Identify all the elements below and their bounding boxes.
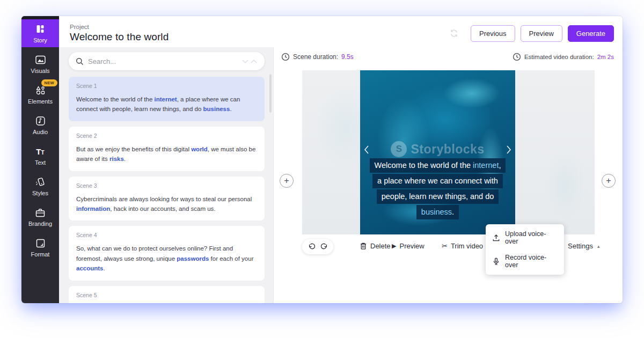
sidebar-item-visuals[interactable]: Visuals — [21, 50, 59, 78]
sidebar-item-label: Format — [31, 251, 50, 258]
styles-icon — [35, 177, 46, 187]
next-scene-chevron-icon[interactable] — [505, 144, 513, 155]
search-icon — [76, 57, 84, 65]
preview-label: Preview — [399, 242, 424, 250]
scene-list-scrollbar[interactable] — [269, 74, 272, 113]
play-icon: ▶ — [392, 243, 396, 249]
page-title: Welcome to the world — [70, 31, 169, 43]
upload-voice-over-label: Upload voice-over — [505, 230, 558, 245]
trash-icon — [360, 242, 367, 250]
storyblocks-logo-icon: S — [391, 141, 407, 157]
scene-label: Scene 2 — [76, 133, 257, 139]
scene-card-2[interactable]: Scene 2 But as we enjoy the benefits of … — [69, 127, 265, 171]
sidebar-item-label: Branding — [28, 221, 52, 227]
sidebar-item-branding[interactable]: Branding — [21, 203, 59, 231]
main-area: Project Welcome to the world Previous Pr… — [59, 16, 623, 303]
scene-label: Scene 1 — [76, 83, 257, 89]
sidebar-item-text[interactable]: TT Text — [21, 142, 59, 170]
scene-label: Scene 3 — [76, 182, 257, 189]
sidebar-item-label: Text — [35, 159, 46, 166]
sync-icon — [449, 28, 459, 38]
video-canvas[interactable]: S Storyblocks Welcome to the world of th… — [360, 70, 515, 234]
scene-card-4[interactable]: Scene 4 So, what can we do to protect ou… — [69, 226, 265, 280]
search-bar — [69, 52, 265, 70]
video-preview-panel: Scene duration: 9.5s Estimated video dur… — [274, 47, 623, 303]
sidebar-item-story[interactable]: Story — [21, 19, 59, 47]
clock-icon — [513, 53, 521, 61]
scene-text: Cybercriminals are always looking for wa… — [76, 194, 257, 214]
duration-row: Scene duration: 9.5s Estimated video dur… — [274, 47, 623, 61]
preview-stage: S Storyblocks Welcome to the world of th… — [274, 70, 623, 234]
project-eyebrow: Project — [70, 24, 169, 30]
scene-text: So, what can we do to protect ourselves … — [76, 244, 257, 273]
search-input[interactable] — [88, 57, 241, 65]
scene-text: But as we enjoy the benefits of this dig… — [76, 144, 257, 164]
upload-icon — [492, 234, 500, 242]
scene-toolbar: Delete ▶ Preview ✂ Trim video — [274, 239, 623, 255]
caption-line-3[interactable]: people, learn new things, and do — [377, 189, 499, 204]
add-scene-before-button[interactable]: + — [280, 174, 294, 188]
sidebar-item-label: Story — [33, 37, 47, 43]
format-icon — [36, 238, 45, 248]
header-actions: Previous Preview Generate — [449, 25, 614, 42]
scene-list-panel: Scene 1 Welcome to the world of the inte… — [59, 47, 274, 303]
sidebar-item-label: Audio — [33, 129, 48, 135]
redo-icon[interactable] — [320, 243, 328, 251]
new-badge: NEW — [41, 79, 57, 86]
sidebar-item-label: Visuals — [31, 68, 49, 74]
sidebar-item-format[interactable]: Format — [21, 233, 59, 261]
app-window: Story Visuals NEW Elements Audio TT — [21, 16, 623, 303]
watermark-text: Storyblocks — [411, 142, 484, 157]
scene-card-1[interactable]: Scene 1 Welcome to the world of the inte… — [69, 77, 265, 121]
upload-voice-over-item[interactable]: Upload voice-over — [486, 226, 564, 249]
preview-button[interactable]: Preview — [521, 25, 562, 42]
estimated-duration-value: 2m 2s — [597, 54, 614, 60]
sidebar-item-label: Styles — [32, 190, 48, 196]
story-icon — [35, 24, 45, 34]
preview-scene-button[interactable]: ▶ Preview — [392, 242, 425, 250]
sidebar-item-label: Elements — [28, 98, 53, 105]
caret-up-icon: ▴ — [597, 244, 600, 249]
visuals-icon — [35, 54, 46, 65]
caption-line-2[interactable]: a place where we can connect with — [372, 174, 503, 188]
delete-label: Delete — [370, 242, 391, 250]
undo-redo-pill — [302, 239, 333, 254]
sidebar-item-styles[interactable]: Styles — [21, 172, 59, 200]
generate-button[interactable]: Generate — [568, 25, 614, 42]
caption-line-1[interactable]: Welcome to the world of the internet, — [370, 158, 506, 173]
trim-video-button[interactable]: ✂ Trim video — [442, 242, 483, 250]
project-header: Project Welcome to the world Previous Pr… — [59, 16, 623, 47]
scene-card-3[interactable]: Scene 3 Cybercriminals are always lookin… — [69, 177, 265, 221]
content-split: Scene 1 Welcome to the world of the inte… — [59, 47, 623, 303]
scene-label: Scene 5 — [76, 292, 257, 298]
video-caption: Welcome to the world of the internet, a … — [360, 157, 515, 221]
record-voice-over-label: Record voice-over — [505, 254, 558, 269]
audio-icon — [36, 115, 45, 126]
caption-line-4[interactable]: business. — [416, 205, 459, 219]
scene-duration: Scene duration: 9.5s — [281, 53, 354, 61]
settings-label: Settings — [568, 242, 593, 250]
microphone-icon — [492, 258, 500, 266]
scene-card-5[interactable]: Scene 5 Don't use the same password for … — [69, 286, 265, 303]
add-scene-after-button[interactable]: + — [602, 174, 616, 188]
scene-duration-label: Scene duration: — [293, 53, 338, 61]
text-icon: TT — [36, 146, 44, 157]
sidebar-item-audio[interactable]: Audio — [21, 111, 59, 139]
previous-scene-chevron-icon[interactable] — [363, 144, 370, 155]
left-nav-sidebar: Story Visuals NEW Elements Audio TT — [21, 16, 59, 303]
estimated-duration-label: Estimated video duration: — [524, 54, 594, 60]
sidebar-item-elements[interactable]: NEW Elements — [21, 80, 59, 108]
branding-icon — [35, 207, 45, 218]
clock-icon — [281, 53, 290, 61]
undo-icon[interactable] — [308, 243, 316, 251]
scene-label: Scene 4 — [76, 232, 257, 238]
scene-list: Scene 1 Welcome to the world of the inte… — [69, 77, 265, 303]
previous-button[interactable]: Previous — [471, 25, 515, 42]
delete-button[interactable]: Delete — [360, 242, 391, 250]
scene-duration-value: 9.5s — [341, 53, 354, 61]
search-collapse-chevrons[interactable] — [241, 58, 258, 64]
record-voice-over-item[interactable]: Record voice-over — [486, 249, 564, 273]
voice-over-menu: Upload voice-over Record voice-over — [486, 224, 564, 275]
watermark: S Storyblocks — [360, 141, 515, 157]
estimated-duration: Estimated video duration: 2m 2s — [513, 53, 614, 61]
